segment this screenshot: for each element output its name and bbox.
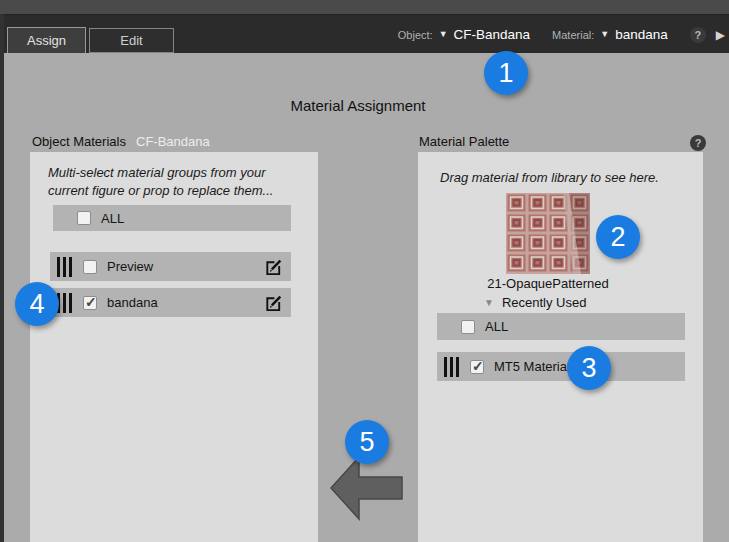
page-title: Material Assignment [0, 97, 716, 114]
recently-used-section: ▼ Recently Used [484, 295, 586, 310]
collapse-triangle-icon[interactable]: ▼ [484, 297, 494, 308]
palette-row-mt5[interactable]: ✓ MT5 Material [437, 352, 685, 381]
palette-instruction: Drag material from library to see here. [440, 169, 690, 187]
toolbar: Object: ▼ CF-Bandana Material: ▼ bandana… [398, 15, 725, 54]
all-checkbox[interactable] [77, 211, 91, 225]
tab-edit[interactable]: Edit [89, 28, 174, 53]
material-value[interactable]: bandana [615, 27, 668, 42]
mt5-checkbox[interactable]: ✓ [470, 360, 484, 374]
material-label: Material: [552, 29, 594, 41]
callout-badge-3: 3 [567, 346, 611, 390]
palette-all-checkbox[interactable] [461, 320, 475, 334]
row-label: Preview [107, 259, 153, 274]
patterned-fabric-image [506, 193, 590, 274]
material-assignment-window: Assign Edit Object: ▼ CF-Bandana Materia… [0, 0, 729, 542]
material-palette-panel: Drag material from library to see here. … [418, 152, 703, 542]
tab-assign[interactable]: Assign [7, 27, 86, 53]
object-materials-header: Object Materials [32, 134, 126, 149]
all-materials-row[interactable]: ALL [53, 205, 291, 231]
row-label: ALL [485, 319, 508, 334]
drag-handle-icon[interactable] [57, 293, 72, 313]
drag-handle-icon[interactable] [444, 357, 459, 377]
callout-badge-1: 1 [484, 51, 528, 95]
palette-help-icon[interactable]: ? [690, 135, 706, 151]
tab-bar: Assign Edit Object: ▼ CF-Bandana Materia… [0, 14, 729, 53]
row-label: ALL [101, 211, 124, 226]
row-label: MT5 Material [494, 359, 570, 374]
preview-checkbox[interactable] [83, 260, 97, 274]
material-dropdown-icon[interactable]: ▼ [600, 30, 609, 39]
object-label: Object: [398, 29, 433, 41]
object-dropdown-icon[interactable]: ▼ [439, 30, 448, 39]
drag-handle-icon[interactable] [57, 257, 72, 277]
callout-badge-2: 2 [596, 215, 640, 259]
bandana-checkbox[interactable]: ✓ [83, 296, 97, 310]
object-value[interactable]: CF-Bandana [454, 27, 531, 42]
callout-badge-4: 4 [15, 282, 59, 326]
object-materials-instruction: Multi-select material groups from your c… [48, 164, 296, 200]
material-row-bandana[interactable]: ✓ bandana [50, 288, 291, 317]
edit-material-button[interactable] [264, 293, 283, 312]
left-arrow-annotation-icon [330, 456, 405, 521]
object-materials-header-value: CF-Bandana [136, 134, 210, 149]
thumbnail-caption: 21-OpaquePatterned [428, 276, 668, 291]
palette-all-row[interactable]: ALL [437, 313, 685, 340]
material-thumbnail[interactable] [506, 193, 590, 274]
edit-pencil-icon [264, 293, 283, 312]
window-left-border [0, 14, 4, 542]
help-icon[interactable]: ? [690, 27, 706, 43]
callout-badge-5: 5 [345, 420, 389, 464]
material-row-preview[interactable]: Preview [50, 252, 291, 281]
object-materials-panel: Multi-select material groups from your c… [30, 152, 318, 542]
edit-pencil-icon [264, 257, 283, 276]
material-palette-header: Material Palette [419, 134, 509, 149]
row-label: bandana [107, 295, 158, 310]
recently-used-label: Recently Used [502, 295, 587, 310]
edit-material-button[interactable] [264, 257, 283, 276]
expand-panel-icon[interactable]: ▶ [716, 28, 725, 42]
window-top-strip [0, 0, 729, 14]
